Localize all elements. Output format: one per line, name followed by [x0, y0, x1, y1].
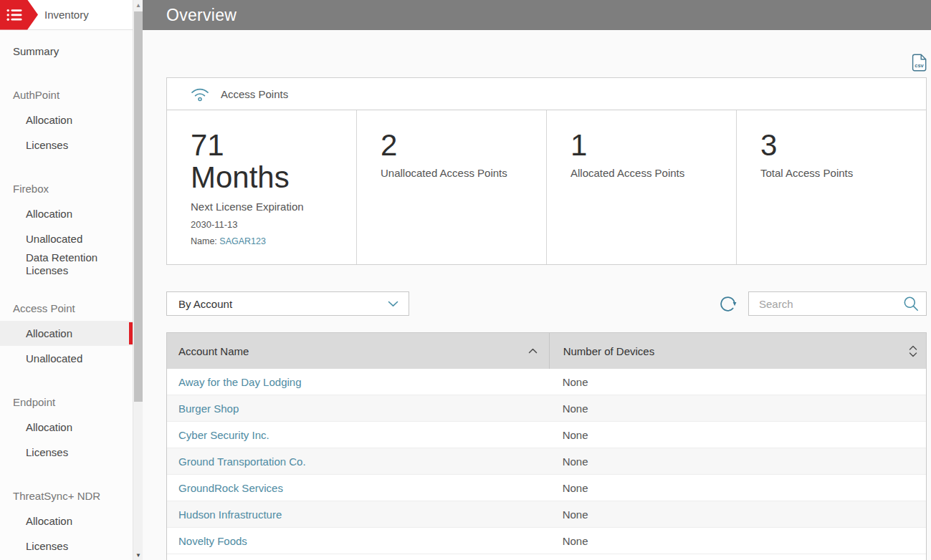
devices-cell: None: [549, 402, 926, 415]
search-box: [748, 291, 927, 316]
sidebar-section-endpoint: Endpoint: [0, 390, 133, 415]
card-title: Access Points: [221, 88, 288, 100]
sidebar-content: Inventory Summary AuthPoint Allocation L…: [0, 0, 133, 560]
account-link[interactable]: Novelty Foods: [178, 535, 247, 547]
scrollbar-up-arrow-icon[interactable]: ▲: [133, 0, 143, 10]
column-header-number-of-devices[interactable]: Number of Devices: [549, 333, 926, 369]
allocated-count: 1: [570, 130, 723, 162]
table-row: Novelty Foods None: [167, 528, 926, 554]
expiration-value: 71: [191, 130, 343, 162]
account-link[interactable]: Ground Transportation Co.: [178, 455, 306, 468]
unallocated-count: 2: [381, 130, 533, 162]
account-link[interactable]: Hudson Infrastructure: [178, 508, 282, 521]
inventory-menu-button[interactable]: [0, 0, 38, 30]
devices-cell: None: [549, 429, 926, 441]
group-by-dropdown-value: By Account: [178, 298, 232, 310]
table-row: Cyber Security Inc. None: [167, 422, 926, 448]
sidebar-title: Inventory: [44, 9, 89, 21]
table-body: Away for the Day Lodging None Burger Sho…: [167, 369, 926, 554]
total-label: Total Access Points: [760, 167, 913, 179]
scrollbar-thumb[interactable]: [134, 11, 143, 402]
search-icon[interactable]: [903, 296, 919, 312]
expiration-name-label: Name:: [191, 236, 217, 246]
refresh-button[interactable]: [719, 294, 737, 313]
sidebar-item-endpoint-licenses[interactable]: Licenses: [0, 440, 133, 465]
export-csv-button[interactable]: csv: [912, 53, 927, 72]
sidebar-item-endpoint-allocation[interactable]: Allocation: [0, 415, 133, 440]
export-row: csv: [166, 53, 927, 72]
sidebar-item-access-point-allocation[interactable]: Allocation: [0, 321, 133, 346]
sidebar-item-threatsync-licenses[interactable]: Licenses: [0, 534, 133, 559]
controls-right: [719, 291, 927, 316]
sidebar-item-authpoint-licenses[interactable]: Licenses: [0, 132, 133, 158]
sidebar-item-firebox-allocation[interactable]: Allocation: [0, 201, 133, 226]
account-link[interactable]: Cyber Security Inc.: [178, 429, 269, 441]
sidebar-section-authpoint: AuthPoint: [0, 82, 133, 107]
access-points-card-header: Access Points: [167, 78, 926, 110]
stat-allocated-access-points: 1 Allocated Access Points: [547, 110, 737, 264]
allocated-label: Allocated Access Points: [570, 167, 723, 179]
table-row: Ground Transportation Co. None: [167, 448, 926, 475]
account-name-header-label: Account Name: [178, 345, 249, 357]
expiration-date: 2030-11-13: [191, 219, 343, 230]
sidebar-section-threatsync-ndr: ThreatSync+ NDR: [0, 483, 133, 508]
table-controls: By Account: [166, 291, 927, 316]
sidebar-section-access-point: Access Point: [0, 296, 133, 321]
sidebar-item-threatsync-allocation[interactable]: Allocation: [0, 508, 133, 534]
refresh-icon: [719, 294, 737, 313]
app-window: Inventory Summary AuthPoint Allocation L…: [0, 0, 931, 560]
sidebar-item-access-point-unallocated[interactable]: Unallocated: [0, 346, 133, 371]
expiration-label: Next License Expiration: [191, 201, 343, 213]
page-title: Overview: [166, 6, 237, 25]
chevron-down-icon: [388, 301, 398, 307]
sidebar-scrollbar[interactable]: ▲ ▼: [133, 0, 143, 560]
scrollbar-down-arrow-icon[interactable]: ▼: [133, 550, 143, 560]
table-row: Away for the Day Lodging None: [167, 369, 926, 395]
sidebar-item-firebox-unallocated[interactable]: Unallocated: [0, 226, 133, 251]
sort-both-icon[interactable]: [909, 345, 917, 357]
sidebar-nav: Summary AuthPoint Allocation Licenses Fi…: [0, 30, 133, 559]
main-content: csv Access Points 71 Months: [143, 30, 931, 560]
devices-cell: None: [549, 455, 926, 468]
sidebar-header: Inventory: [0, 0, 133, 30]
expiration-unit: Months: [191, 162, 343, 194]
sidebar-item-summary[interactable]: Summary: [0, 39, 133, 64]
access-points-card: Access Points 71 Months Next License Exp…: [166, 77, 927, 265]
wifi-icon: [190, 86, 210, 102]
stat-next-license-expiration: 71 Months Next License Expiration 2030-1…: [167, 110, 357, 264]
page-header: Overview: [143, 0, 931, 30]
devices-cell: None: [549, 508, 926, 521]
devices-cell: None: [549, 376, 926, 388]
stat-total-access-points: 3 Total Access Points: [737, 110, 926, 264]
unallocated-label: Unallocated Access Points: [381, 167, 533, 179]
sidebar-item-authpoint-allocation[interactable]: Allocation: [0, 107, 133, 132]
sidebar-item-firebox-data-retention-licenses[interactable]: Data Retention Licenses: [0, 251, 133, 277]
column-header-account-name[interactable]: Account Name: [167, 333, 549, 369]
devices-cell: None: [549, 535, 926, 547]
devices-cell: None: [549, 482, 926, 494]
number-of-devices-header-label: Number of Devices: [563, 345, 655, 357]
account-link[interactable]: Burger Shop: [178, 402, 239, 415]
account-link[interactable]: GroundRock Services: [178, 482, 283, 494]
expiration-name: Name: SAGAR123: [191, 236, 343, 246]
group-by-dropdown[interactable]: By Account: [166, 291, 409, 316]
table-row: Burger Shop None: [167, 395, 926, 422]
sort-ascending-icon[interactable]: [528, 348, 538, 354]
svg-text:csv: csv: [915, 62, 924, 69]
list-menu-icon: [6, 9, 23, 21]
account-link[interactable]: Away for the Day Lodging: [178, 376, 302, 388]
sidebar-section-firebox: Firebox: [0, 176, 133, 201]
table-row: Hudson Infrastructure None: [167, 501, 926, 528]
access-points-stats: 71 Months Next License Expiration 2030-1…: [167, 110, 926, 264]
sidebar: Inventory Summary AuthPoint Allocation L…: [0, 0, 143, 560]
license-name-link[interactable]: SAGAR123: [219, 236, 266, 246]
main-area: Overview csv: [143, 0, 931, 560]
accounts-table: Account Name Number of Devices: [166, 332, 927, 560]
total-count: 3: [760, 130, 913, 162]
table-header: Account Name Number of Devices: [167, 333, 926, 369]
table-row: GroundRock Services None: [167, 475, 926, 501]
search-input[interactable]: [759, 298, 903, 310]
csv-export-icon: csv: [912, 54, 927, 72]
stat-unallocated-access-points: 2 Unallocated Access Points: [357, 110, 547, 264]
